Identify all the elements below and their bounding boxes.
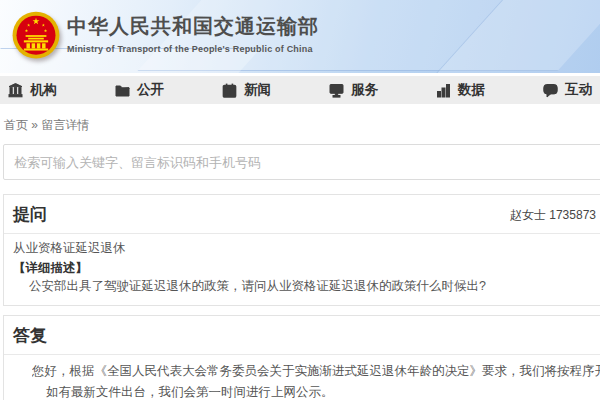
bank-icon (8, 83, 23, 98)
question-author: 赵女士 1735873 (510, 207, 596, 224)
question-panel-header: 提问 赵女士 1735873 (4, 195, 600, 234)
nav-label: 新闻 (244, 81, 271, 99)
breadcrumb-home-link[interactable]: 首页 (4, 118, 28, 132)
folder-icon (115, 83, 130, 98)
nav-item-interaction[interactable]: 互动 (543, 81, 592, 99)
nav-item-services[interactable]: 服务 (329, 81, 378, 99)
nav-label: 数据 (458, 81, 485, 99)
calendar-icon (222, 83, 237, 98)
site-subtitle: Ministry of Transport of the People's Re… (67, 44, 319, 54)
search-input[interactable] (3, 144, 600, 180)
reply-text-line1: 您好，根据《全国人民代表大会常务委员会关于实施渐进式延迟退休年龄的决定》要求，我… (32, 361, 600, 382)
national-emblem-icon (10, 8, 62, 64)
site-title: 中华人民共和国交通运输部 (67, 13, 319, 40)
nav-item-data[interactable]: 数据 (436, 81, 485, 99)
nav-label: 公开 (137, 81, 164, 99)
header-titles: 中华人民共和国交通运输部 Ministry of Transport of th… (67, 13, 319, 54)
question-section-title: 提问 (13, 205, 47, 224)
reply-text-line2: 如有最新文件出台，我们会第一时间进行上网公示。 (32, 382, 600, 400)
nav-item-news[interactable]: 新闻 (222, 81, 271, 99)
breadcrumb-current: 留言详情 (41, 118, 89, 132)
reply-panel-header: 答复 (4, 316, 600, 355)
reply-section-title: 答复 (13, 326, 47, 345)
nav-item-institutions[interactable]: 机构 (8, 81, 57, 99)
breadcrumb: 首页 » 留言详情 (4, 117, 600, 134)
nav-label: 互动 (565, 81, 592, 99)
nav-label: 服务 (351, 81, 378, 99)
chat-icon (543, 83, 558, 98)
question-body: 从业资格证延迟退休 【详细描述】 公安部出具了驾驶证延迟退休的政策，请问从业资格… (4, 234, 600, 305)
question-detail-label: 【详细描述】 (13, 260, 600, 277)
question-detail-text: 公安部出具了驾驶证延迟退休的政策，请问从业资格证延迟退休的政策什么时候出? (13, 278, 600, 295)
monitor-icon (329, 83, 344, 98)
reply-body: 您好，根据《全国人民代表大会常务委员会关于实施渐进式延迟退休年龄的决定》要求，我… (4, 355, 600, 400)
nav-label: 机构 (30, 81, 57, 99)
bar-chart-icon (436, 83, 451, 98)
nav-item-disclosure[interactable]: 公开 (115, 81, 164, 99)
main-nav: 机构 公开 新闻 服务 数据 (0, 76, 600, 104)
question-panel: 提问 赵女士 1735873 从业资格证延迟退休 【详细描述】 公安部出具了驾驶… (3, 194, 600, 306)
question-title: 从业资格证延迟退休 (13, 240, 600, 257)
page: 中华人民共和国交通运输部 Ministry of Transport of th… (0, 0, 600, 400)
site-header: 中华人民共和国交通运输部 Ministry of Transport of th… (0, 0, 600, 73)
breadcrumb-separator: » (31, 118, 38, 132)
reply-panel: 答复 您好，根据《全国人民代表大会常务委员会关于实施渐进式延迟退休年龄的决定》要… (3, 315, 600, 400)
